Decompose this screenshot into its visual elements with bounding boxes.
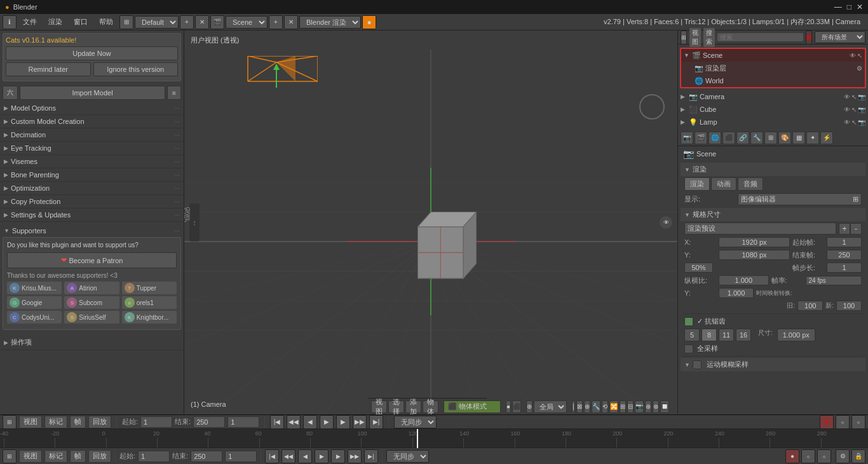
become-patron-button[interactable]: ❤ Become a Patron — [7, 252, 177, 268]
vp-snap-4[interactable]: 🔧 — [592, 400, 600, 413]
menu-file[interactable]: 文件 — [18, 16, 42, 28]
status-settings-btn[interactable]: ⚙ — [836, 449, 850, 463]
renderlayer-settings-icon[interactable]: ⚙ — [857, 65, 862, 72]
section-optimization[interactable]: ▶ Optimization ··· — [0, 182, 184, 195]
tree-item-scene[interactable]: ▼ 🎬 Scene 👁 ↖ — [681, 49, 865, 62]
timeline-playback-btn[interactable]: 回放 — [88, 416, 111, 428]
tree-toggle-lamp[interactable]: ▶ — [681, 119, 688, 125]
renderer-select[interactable]: Blender 渲染 — [299, 16, 361, 29]
play-next-btn[interactable]: ▶▶ — [353, 415, 367, 429]
status-sync-select[interactable]: 无同步 — [386, 450, 429, 463]
timeline-ruler[interactable]: -40-200204060801001201401601802002202402… — [0, 429, 868, 448]
update-now-button[interactable]: Update Now — [6, 46, 178, 60]
tree-toggle-scene[interactable]: ▼ — [684, 52, 691, 58]
aspect-x-input[interactable] — [719, 275, 769, 285]
play-next-frame-btn[interactable]: ▶ — [336, 415, 350, 429]
prop-icon-data[interactable]: ⊞ — [764, 132, 777, 144]
timeline-icon-btn[interactable]: ⊞ — [3, 415, 17, 429]
tree-action-cursor-scene[interactable]: ↖ — [857, 52, 862, 59]
play-first-btn[interactable]: |◀ — [270, 415, 284, 429]
status-start-input[interactable] — [138, 451, 170, 462]
tree-action-cursor-lamp[interactable]: ↖ — [851, 119, 857, 126]
vp-snap-7[interactable]: ⊞ — [620, 400, 626, 413]
status-lock-btn[interactable]: 🔒 — [851, 449, 865, 463]
tree-action-cursor-cube[interactable]: ↖ — [851, 106, 857, 113]
status-key-del-btn[interactable]: ⬦ — [817, 449, 831, 463]
keyframe-del-btn[interactable]: ⬦ — [851, 415, 865, 429]
status-play-prev-frame[interactable]: ◀ — [298, 449, 312, 463]
vp-snap-1[interactable]: | — [572, 400, 575, 413]
record-btn[interactable]: ● — [820, 415, 834, 429]
tree-action-eye-lamp[interactable]: 👁 — [844, 119, 850, 126]
dimensions-section-header[interactable]: ▼ 规格尺寸 — [681, 208, 865, 221]
tree-item-camera[interactable]: ▶ 📷 Camera 👁 ↖ 📷 — [678, 90, 868, 103]
status-view-btn[interactable]: 视图 — [19, 450, 42, 463]
import-model-button[interactable]: Import Model — [20, 86, 165, 100]
add-scene-btn[interactable]: + — [269, 15, 283, 29]
fps-select[interactable]: 24 fps — [806, 276, 862, 285]
import-icon-button[interactable]: 六 — [3, 86, 18, 100]
viewport[interactable]: 用户视图 (透视) 👁 ⋮ CATS MMD — [184, 31, 677, 414]
status-frame-btn[interactable]: 帧 — [70, 450, 86, 463]
preset-remove-btn[interactable]: - — [850, 223, 862, 235]
scene-icon-btn[interactable]: 🎬 — [210, 15, 224, 29]
minimize-button[interactable]: — — [834, 3, 842, 11]
vp-global-btn[interactable]: ⊕ — [526, 400, 532, 413]
section-bone-parenting[interactable]: ▶ Bone Parenting ··· — [0, 168, 184, 182]
pct-input[interactable] — [684, 263, 713, 273]
close-button[interactable]: ✕ — [857, 3, 863, 11]
info-icon-btn[interactable]: ℹ — [3, 15, 17, 29]
tree-action-render-camera[interactable]: 📷 — [858, 93, 865, 100]
vp-snap-3[interactable]: ⊕ — [584, 400, 590, 413]
status-play-next-frame[interactable]: ▶ — [331, 449, 345, 463]
section-visemes[interactable]: ▶ Visemes ··· — [0, 155, 184, 168]
sync-select[interactable]: 无同步 — [394, 416, 437, 428]
vp-snap-12[interactable]: 🔲 — [660, 400, 669, 413]
vp-select-btn[interactable]: 选择 — [388, 400, 404, 413]
vp-add-btn[interactable]: 添加 — [405, 400, 421, 413]
outliner-view-btn[interactable]: 视图 — [689, 28, 701, 47]
tree-action-render-cube[interactable]: 📷 — [858, 106, 865, 113]
aa-sample-8[interactable]: 8 — [702, 329, 717, 341]
prop-icon-material[interactable]: 🎨 — [778, 132, 791, 144]
timeline-mark-btn[interactable]: 标记 — [44, 416, 67, 428]
tree-action-eye-camera[interactable]: 👁 — [844, 93, 850, 100]
res-y-input[interactable] — [719, 250, 790, 260]
status-record-btn[interactable]: ● — [785, 449, 799, 463]
tree-toggle-cube[interactable]: ▶ — [681, 106, 688, 113]
vp-snap-8[interactable]: ⊟ — [627, 400, 634, 413]
render-tab-animation[interactable]: 动画 — [711, 177, 736, 191]
section-model-options[interactable]: ▶ Model Options ··· — [0, 102, 184, 115]
timeline-end-input[interactable] — [193, 416, 225, 428]
prop-icon-texture[interactable]: ▦ — [792, 132, 805, 144]
prop-icon-constraints[interactable]: 🔗 — [736, 132, 749, 144]
outliner-filter-btn[interactable]: ⊞ — [806, 31, 812, 44]
scene-select[interactable]: Scene — [226, 16, 268, 29]
tree-item-lamp[interactable]: ▶ 💡 Lamp 👁 ↖ 📷 — [678, 116, 868, 128]
section-settings-updates[interactable]: ▶ Settings & Updates ··· — [0, 208, 184, 222]
render-tab-render[interactable]: 渲染 — [684, 177, 710, 191]
full-sample-checkbox[interactable] — [684, 345, 693, 353]
motion-blur-header[interactable]: ▼ 运动模糊采样 — [681, 358, 865, 371]
play-btn[interactable]: ▶ — [320, 415, 334, 429]
render-tab-audio[interactable]: 音频 — [738, 177, 763, 191]
timeline-start-input[interactable] — [140, 416, 172, 428]
status-play-last[interactable]: ▶| — [364, 449, 378, 463]
supporters-header[interactable]: ▼ Supporters ··· — [3, 224, 181, 237]
play-prev-frame-btn[interactable]: ◀ — [303, 415, 317, 429]
timeline-current-input[interactable] — [227, 416, 259, 428]
status-end-input[interactable] — [191, 451, 222, 462]
tree-item-cube[interactable]: ▶ ⬛ Cube 👁 ↖ 📷 — [678, 103, 868, 116]
time-old-input[interactable] — [797, 301, 823, 311]
prop-icon-scene[interactable]: 🎬 — [695, 132, 707, 144]
prop-icon-object[interactable]: ⬛ — [722, 132, 735, 144]
status-current-input[interactable] — [225, 451, 257, 462]
aa-sample-11[interactable]: 11 — [719, 329, 734, 341]
vp-snap-9[interactable]: 📷 — [635, 400, 644, 413]
status-play-prev[interactable]: ◀◀ — [281, 449, 295, 463]
frame-end-input[interactable] — [827, 250, 862, 260]
outliner-search-btn[interactable]: 搜索 — [703, 28, 715, 47]
vp-snap-5[interactable]: ⟲ — [602, 400, 608, 413]
vp-mode-select[interactable]: ⬛ 物体模式 — [444, 400, 501, 413]
time-new-input[interactable] — [836, 301, 862, 311]
